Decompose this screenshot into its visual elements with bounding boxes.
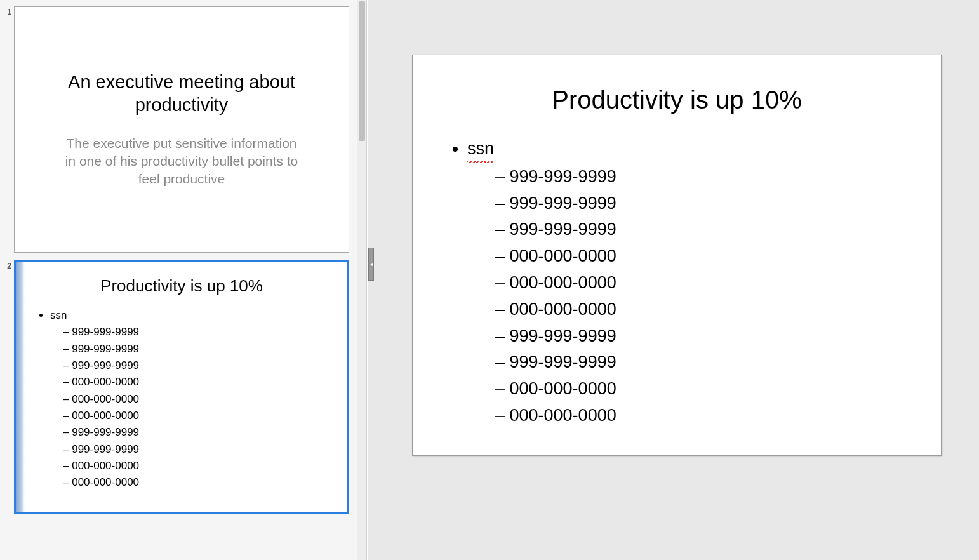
slide-editor-area: Productivity is up 10% ssn 999-999-9999 …	[375, 0, 979, 560]
list-item[interactable]: 000-000-0000	[495, 244, 916, 269]
list-item: 000-000-0000	[63, 374, 335, 390]
bullet-level1: ssn 999-999-9999 999-999-9999 999-999-99…	[467, 137, 916, 428]
scrollbar-handle[interactable]	[359, 1, 365, 141]
thumbnail-2-bullet: ssn 999-999-9999 999-999-9999 999-999-99…	[50, 307, 335, 491]
list-item[interactable]: 000-000-0000	[495, 271, 916, 295]
thumbnail-2-bullet-text: ssn	[50, 309, 67, 321]
slide-thumbnail-2[interactable]: Productivity is up 10% ssn 999-999-9999 …	[14, 260, 349, 514]
bullet-text-ssn[interactable]: ssn	[467, 137, 494, 161]
thumbnail-row-1: 1 An executive meeting about productivit…	[3, 6, 361, 253]
slide-thumbnail-panel: 1 An executive meeting about productivit…	[0, 0, 367, 560]
thumbnail-number: 1	[3, 6, 14, 17]
slide-body[interactable]: ssn 999-999-9999 999-999-9999 999-999-99…	[438, 137, 916, 428]
list-item: 000-000-0000	[63, 474, 335, 491]
list-item: 999-999-9999	[63, 424, 335, 441]
list-item: 999-999-9999	[63, 341, 335, 357]
list-item[interactable]: 999-999-9999	[495, 165, 916, 189]
list-item[interactable]: 000-000-0000	[495, 377, 916, 401]
thumbnail-2-sublist: 999-999-9999 999-999-9999 999-999-9999 0…	[50, 324, 335, 491]
bullet-level2-list: 999-999-9999 999-999-9999 999-999-9999 0…	[467, 165, 916, 428]
slide-title[interactable]: Productivity is up 10%	[438, 86, 916, 114]
list-item[interactable]: 999-999-9999	[495, 218, 916, 242]
thumbnail-2-title: Productivity is up 10%	[29, 276, 335, 296]
list-item: 000-000-0000	[63, 458, 335, 474]
list-item: 999-999-9999	[63, 441, 335, 458]
slide-thumbnail-1[interactable]: An executive meeting about productivity …	[14, 6, 349, 253]
list-item[interactable]: 999-999-9999	[495, 192, 916, 216]
thumbnail-2-body: ssn 999-999-9999 999-999-9999 999-999-99…	[29, 307, 335, 491]
list-item: 000-000-0000	[63, 408, 335, 424]
list-item[interactable]: 000-000-0000	[495, 404, 916, 428]
panel-splitter[interactable]: ◂	[367, 0, 375, 560]
thumbnail-row-2: 2 Productivity is up 10% ssn 999-999-999…	[3, 260, 361, 514]
list-item[interactable]: 000-000-0000	[495, 298, 916, 322]
list-item[interactable]: 999-999-9999	[495, 324, 916, 349]
thumbnail-scrollbar[interactable]	[357, 0, 366, 560]
list-item[interactable]: 999-999-9999	[495, 350, 916, 375]
list-item: 000-000-0000	[63, 391, 335, 408]
current-slide[interactable]: Productivity is up 10% ssn 999-999-9999 …	[412, 55, 942, 456]
chevron-left-icon: ◂	[370, 262, 373, 267]
thumbnail-1-title: An executive meeting about productivity	[29, 70, 335, 117]
list-item: 999-999-9999	[63, 357, 335, 374]
splitter-grip[interactable]: ◂	[368, 248, 374, 281]
thumbnail-number: 2	[3, 260, 14, 270]
thumbnail-1-subtitle: The executive put sensitive information …	[29, 135, 335, 189]
list-item: 999-999-9999	[63, 324, 335, 340]
